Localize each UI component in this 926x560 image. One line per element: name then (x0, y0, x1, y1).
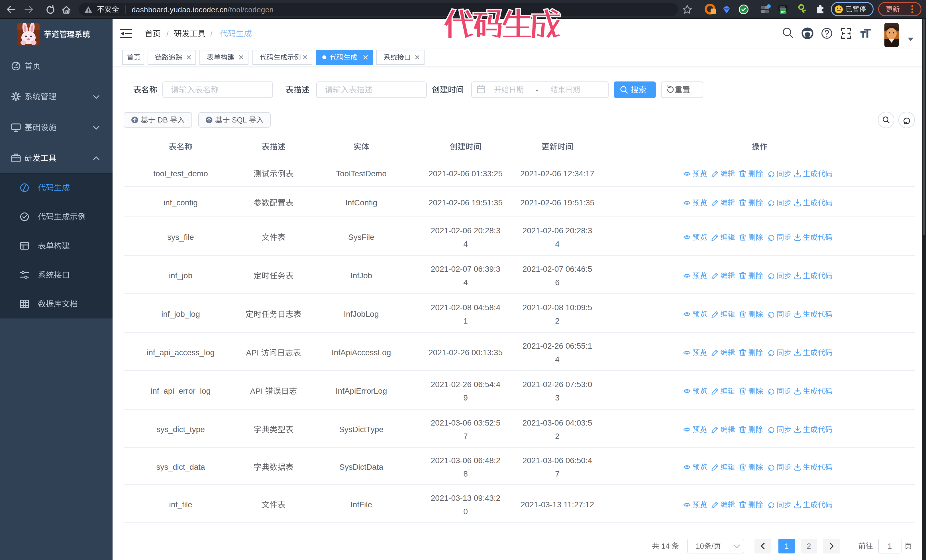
svg-text:/: / (166, 29, 169, 38)
svg-text:-: - (536, 86, 538, 94)
svg-text:on: on (781, 10, 785, 14)
svg-text:/: / (210, 29, 213, 38)
